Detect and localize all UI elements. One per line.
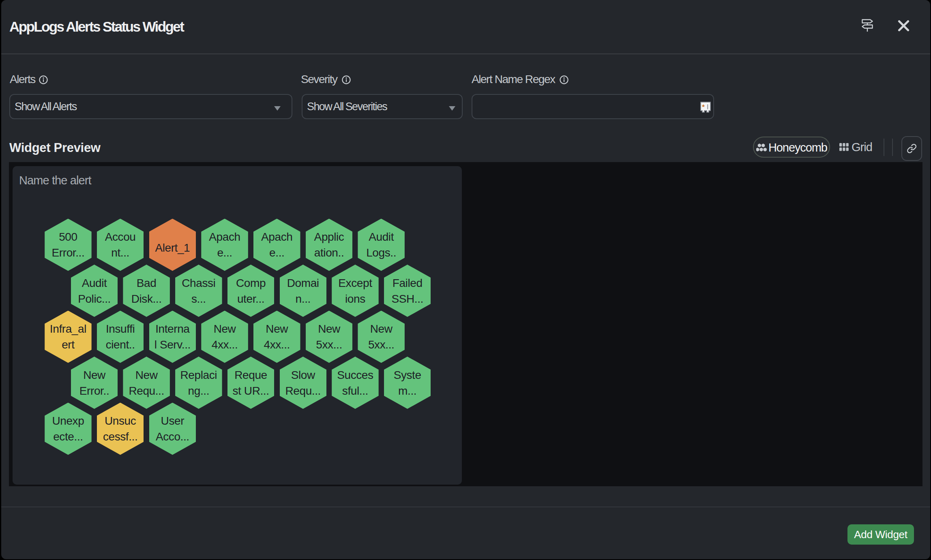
svg-text:*: * bbox=[702, 103, 705, 111]
